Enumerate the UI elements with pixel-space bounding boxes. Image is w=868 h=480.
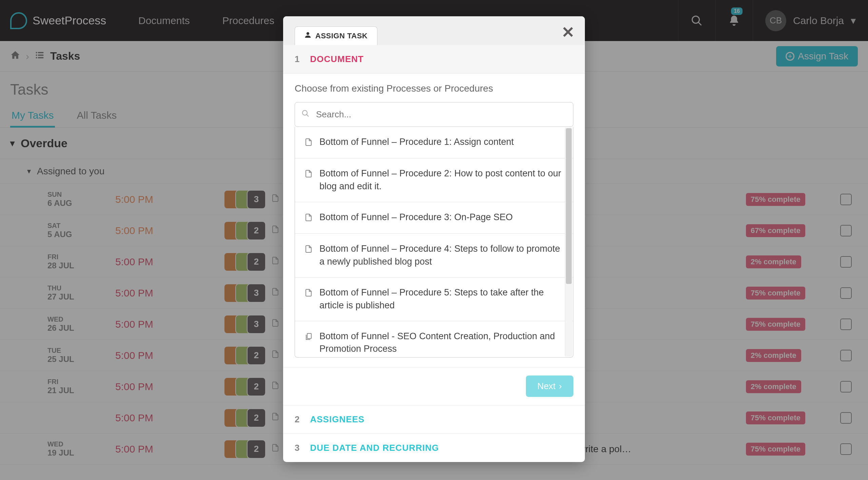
chevron-right-icon: › [559,381,562,391]
step-number: 1 [295,54,300,64]
procedure-list: Bottom of Funnel – Procedure 1: Assign c… [295,127,573,358]
search-icon [301,109,310,120]
assign-task-modal: ASSIGN TASK ✕ 1 DOCUMENT Choose from exi… [283,16,585,462]
person-icon [304,32,311,40]
document-icon [304,137,313,149]
document-icon [304,331,313,344]
svg-rect-11 [307,333,311,339]
procedure-label: Bottom of Funnel – Procedure 5: Steps to… [319,286,564,312]
search-input[interactable] [295,102,573,127]
next-button-label: Next [537,381,555,391]
scrollbar[interactable] [565,128,572,357]
step-number: 2 [295,414,300,425]
document-icon [304,169,313,181]
procedure-item[interactable]: Bottom of Funnel – Procedure 4: Steps to… [295,234,573,277]
document-icon [304,244,313,256]
next-button[interactable]: Next › [526,376,573,397]
modal-tab-label: ASSIGN TASK [315,32,368,40]
step-document[interactable]: 1 DOCUMENT [283,45,585,74]
next-button-row: Next › [283,367,585,405]
procedure-label: Bottom of Funnel – Procedure 3: On-Page … [319,211,513,224]
modal-tab-assign: ASSIGN TASK [295,26,377,45]
search-wrap [295,102,573,127]
step-due-date[interactable]: 3 DUE DATE AND RECURRING [283,434,585,462]
procedure-item[interactable]: Bottom of Funnel – Procedure 5: Steps to… [295,277,573,321]
step-label: DOCUMENT [310,54,363,64]
step-label: ASSIGNEES [310,414,364,425]
modal-header: ASSIGN TASK ✕ [283,16,585,45]
step-instruction: Choose from existing Processes or Proced… [295,83,573,94]
procedure-label: Bottom of Funnel – Procedure 2: How to p… [319,167,564,193]
step-assignees[interactable]: 2 ASSIGNEES [283,405,585,434]
procedure-item[interactable]: Bottom of Funnel – Procedure 2: How to p… [295,158,573,202]
svg-point-8 [307,32,309,35]
procedure-item[interactable]: Bottom of Funnel – Procedure 1: Assign c… [295,127,573,158]
svg-point-9 [302,110,307,115]
procedure-item[interactable]: Bottom of Funnel – Procedure 3: On-Page … [295,202,573,234]
procedure-label: Bottom of Funnel – Procedure 4: Steps to… [319,243,564,268]
step-document-body: Choose from existing Processes or Proced… [283,74,585,367]
procedure-label: Bottom of Funnel - SEO Content Creation,… [319,330,564,356]
document-icon [304,212,313,225]
procedure-label: Bottom of Funnel – Procedure 1: Assign c… [319,136,514,149]
procedure-item[interactable]: Bottom of Funnel - SEO Content Creation,… [295,321,573,358]
close-icon[interactable]: ✕ [561,23,575,41]
svg-line-10 [307,114,309,116]
scrollbar-thumb[interactable] [566,128,572,284]
step-number: 3 [295,443,300,453]
step-label: DUE DATE AND RECURRING [310,443,439,453]
document-icon [304,288,313,300]
